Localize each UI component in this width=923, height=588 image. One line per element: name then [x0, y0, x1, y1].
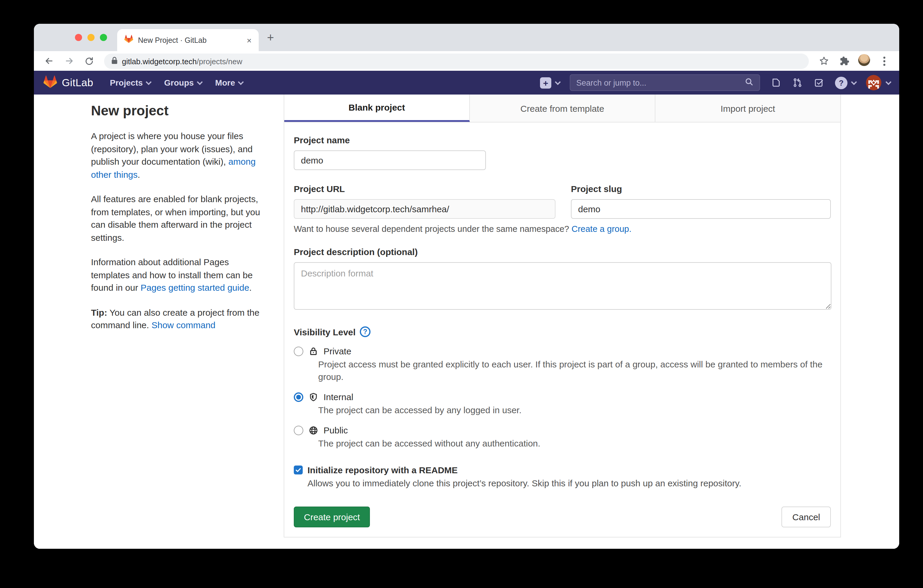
nav-menu-groups[interactable]: Groups: [164, 78, 201, 87]
sidebar-paragraph: Information about additional Pages templ…: [91, 256, 264, 294]
extensions-puzzle-icon[interactable]: [834, 56, 854, 66]
show-command-link[interactable]: Show command: [151, 320, 215, 330]
create-project-button[interactable]: Create project: [294, 507, 370, 527]
project-description-label: Project description (optional): [294, 247, 831, 257]
private-radio[interactable]: [294, 346, 303, 356]
pages-guide-link[interactable]: Pages getting started guide: [141, 283, 249, 292]
bookmark-star-icon[interactable]: [814, 56, 834, 66]
blank-project-form: Project name Project URL Project slug Wa…: [284, 123, 840, 537]
sidebar-info: New project A project is where you house…: [91, 95, 264, 343]
private-description: Project access must be granted explicitl…: [318, 358, 829, 383]
readme-description: Allows you to immediately clone this pro…: [307, 478, 831, 488]
visibility-option-public: Public The project can be accessed witho…: [294, 425, 831, 450]
sidebar-paragraph: All features are enabled for blank proje…: [91, 193, 264, 244]
url-host: gitlab.widgetcorp.tech: [122, 57, 197, 66]
user-menu-button[interactable]: [866, 75, 890, 90]
project-url-input[interactable]: [294, 199, 555, 219]
browser-window: New Project · GitLab × + gitlab.widgetco…: [34, 24, 899, 549]
tab-title: New Project · GitLab: [138, 36, 242, 44]
lock-icon: [309, 346, 318, 356]
gitlab-wordmark: GitLab: [62, 76, 94, 89]
reload-icon[interactable]: [79, 56, 99, 66]
namespace-helper-text: Want to house several dependent projects…: [294, 224, 831, 234]
gitlab-navbar: GitLab Projects Groups More +: [34, 71, 899, 95]
readme-label[interactable]: Initialize repository with a README: [307, 465, 458, 475]
browser-profile-avatar[interactable]: [854, 54, 874, 68]
url-path: /projects/new: [197, 57, 242, 66]
project-url-label: Project URL: [294, 184, 555, 194]
chevron-down-icon: [555, 79, 561, 85]
tab-close-icon[interactable]: ×: [247, 35, 251, 45]
plus-icon: +: [540, 77, 551, 88]
browser-tab[interactable]: New Project · GitLab ×: [117, 29, 259, 51]
private-label[interactable]: Private: [324, 346, 351, 356]
chevron-down-icon: [197, 79, 203, 85]
browser-toolbar: gitlab.widgetcorp.tech/projects/new: [34, 51, 899, 71]
close-window-button[interactable]: [75, 34, 82, 41]
url-bar[interactable]: gitlab.widgetcorp.tech/projects/new: [104, 53, 809, 69]
project-slug-label: Project slug: [571, 184, 831, 194]
page-title: New project: [91, 103, 264, 119]
issues-icon[interactable]: [771, 77, 782, 88]
internal-label[interactable]: Internal: [324, 392, 353, 402]
help-icon: ?: [835, 76, 847, 89]
project-name-input[interactable]: [294, 150, 486, 170]
chevron-down-icon: [146, 79, 152, 85]
zoom-window-button[interactable]: [100, 34, 107, 41]
browser-menu-icon[interactable]: [874, 56, 895, 66]
sidebar-tip: Tip: You can also create a project from …: [91, 306, 264, 332]
search-icon: [745, 77, 754, 88]
new-tab-button[interactable]: +: [267, 31, 274, 44]
search-input[interactable]: [576, 78, 745, 87]
browser-tabstrip: New Project · GitLab × +: [34, 24, 899, 51]
internal-radio[interactable]: [294, 392, 303, 402]
merge-requests-icon[interactable]: [792, 77, 803, 88]
nav-menu-more[interactable]: More: [215, 78, 242, 87]
page-content: New project A project is where you house…: [34, 95, 899, 549]
project-name-label: Project name: [294, 135, 831, 145]
readme-checkbox[interactable]: [294, 465, 303, 475]
new-project-panel: Blank project Create from template Impor…: [284, 95, 841, 537]
project-description-textarea[interactable]: [294, 262, 831, 310]
project-type-tabs: Blank project Create from template Impor…: [284, 95, 840, 123]
chevron-down-icon: [885, 79, 892, 85]
forward-icon[interactable]: [59, 56, 79, 66]
globe-icon: [309, 425, 318, 435]
lock-icon: [111, 56, 118, 66]
chevron-down-icon: [851, 79, 857, 85]
tab-blank-project[interactable]: Blank project: [284, 95, 470, 122]
shield-icon: [309, 392, 318, 402]
chevron-down-icon: [238, 79, 244, 85]
visibility-level-label: Visibility Level: [294, 327, 356, 337]
visibility-option-internal: Internal The project can be accessed by …: [294, 392, 831, 416]
public-description: The project can be accessed without any …: [318, 437, 829, 450]
search-box[interactable]: [570, 74, 760, 91]
user-avatar: [866, 75, 881, 90]
sidebar-paragraph: A project is where you house your files …: [91, 130, 264, 181]
todos-icon[interactable]: [814, 77, 824, 88]
public-radio[interactable]: [294, 425, 303, 435]
gitlab-tanuki-icon: [43, 75, 57, 91]
back-icon[interactable]: [39, 56, 59, 66]
nav-menu-projects[interactable]: Projects: [110, 78, 150, 87]
screen: New Project · GitLab × + gitlab.widgetco…: [0, 0, 923, 588]
internal-description: The project can be accessed by any logge…: [318, 404, 829, 416]
visibility-help-icon[interactable]: ?: [360, 327, 371, 337]
create-group-link[interactable]: Create a group.: [572, 224, 632, 234]
project-slug-input[interactable]: [571, 199, 831, 219]
visibility-option-private: Private Project access must be granted e…: [294, 346, 831, 383]
tab-import-project[interactable]: Import project: [655, 95, 840, 122]
gitlab-logo[interactable]: GitLab: [43, 75, 94, 91]
help-menu-button[interactable]: ?: [835, 76, 855, 89]
tip-label: Tip:: [91, 307, 107, 317]
new-menu-button[interactable]: +: [540, 77, 559, 88]
minimize-window-button[interactable]: [87, 34, 95, 41]
gitlab-favicon-icon: [124, 34, 133, 46]
cancel-button[interactable]: Cancel: [782, 507, 831, 527]
public-label[interactable]: Public: [324, 425, 348, 435]
tab-create-from-template[interactable]: Create from template: [470, 95, 655, 122]
